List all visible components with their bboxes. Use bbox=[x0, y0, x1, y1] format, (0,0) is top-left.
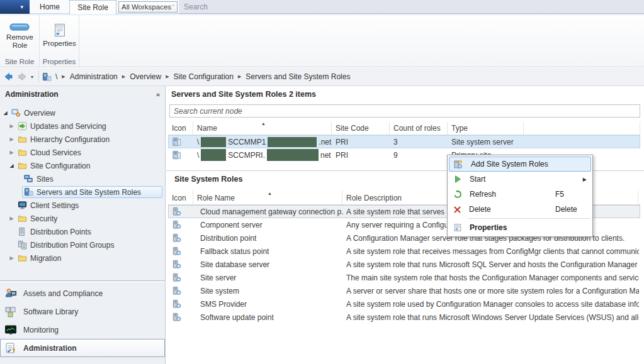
role-name-cell: Cloud management gateway connection p... bbox=[194, 206, 343, 218]
column-header[interactable]: Site Code bbox=[332, 122, 390, 135]
role-description-cell: A site system role used by Configuration… bbox=[343, 298, 639, 310]
tree-item[interactable]: Client Settings bbox=[0, 199, 165, 212]
collapsed-expander-icon[interactable]: ▶ bbox=[8, 216, 16, 221]
tree-item[interactable]: ▶Security bbox=[0, 212, 165, 225]
ribbon-search bbox=[179, 0, 644, 14]
role-name-cell: Distribution point bbox=[194, 232, 343, 244]
column-header[interactable]: Type bbox=[448, 122, 524, 135]
column-header[interactable]: Name▲ bbox=[193, 122, 332, 135]
remove-role-button[interactable]: Remove Role bbox=[2, 17, 38, 55]
tree-node[interactable]: Client Settings bbox=[16, 199, 162, 211]
role-name-cell: Component server bbox=[194, 219, 343, 231]
history-dropdown-caret[interactable]: ▾ bbox=[31, 74, 33, 80]
tree-node[interactable]: Distribution Points bbox=[16, 226, 162, 238]
tree-node[interactable]: Cloud Services bbox=[16, 146, 162, 158]
column-header[interactable]: Icon bbox=[168, 122, 193, 135]
chevron-down-icon: ˇ bbox=[172, 4, 174, 10]
tree-node[interactable]: Site Configuration bbox=[16, 160, 162, 172]
tree-item[interactable]: ▶Hierarchy Configuration bbox=[0, 133, 165, 146]
breadcrumb-separator-icon: ▶ bbox=[166, 74, 169, 79]
menu-item-add-site-system-roles[interactable]: Add Site System Roles bbox=[449, 157, 591, 172]
row-icon-cell bbox=[169, 285, 194, 297]
ribbon-top-edge bbox=[0, 14, 644, 15]
tree-item[interactable]: ▶Migration bbox=[0, 251, 165, 265]
workspace-item-administration[interactable]: Administration bbox=[0, 339, 165, 357]
properties-button[interactable]: Properties bbox=[42, 17, 77, 55]
role-name-cell: Site database server bbox=[194, 258, 343, 270]
table-row[interactable]: Software update pointA site system role … bbox=[168, 311, 640, 324]
workspace-selector[interactable]: All Workspaces ˇ bbox=[118, 1, 178, 13]
tree-node[interactable]: Security bbox=[16, 212, 162, 224]
table-row[interactable]: Site systemA server or server share that… bbox=[168, 284, 640, 297]
collapse-panel-icon[interactable]: « bbox=[156, 91, 160, 98]
breadcrumb-item[interactable]: Site Configuration bbox=[174, 72, 234, 81]
role-icon bbox=[172, 246, 181, 256]
tree-item[interactable]: Distribution Point Groups bbox=[0, 238, 165, 251]
redaction-box bbox=[267, 149, 319, 161]
tree-item[interactable]: Distribution Points bbox=[0, 225, 165, 238]
tree-item-label: Distribution Points bbox=[30, 228, 91, 236]
menu-item-label: Delete bbox=[469, 205, 491, 214]
tree-item-label: Security bbox=[30, 214, 57, 223]
tree-node[interactable]: Updates and Servicing bbox=[16, 120, 162, 132]
breadcrumb-item[interactable]: Overview bbox=[130, 72, 161, 81]
table-row[interactable]: Site serverThe main site system role tha… bbox=[168, 271, 640, 284]
table-row[interactable]: Fallback status pointA site system role … bbox=[168, 245, 640, 258]
forward-icon bbox=[18, 72, 28, 82]
tree-item[interactable]: Servers and Site System Roles bbox=[0, 185, 165, 199]
workspace-item-assets-and-compliance[interactable]: Assets and Compliance bbox=[0, 284, 165, 302]
menu-item-label: Add Site System Roles bbox=[471, 160, 548, 168]
menu-item-delete[interactable]: DeleteDelete bbox=[449, 202, 591, 217]
tree-item[interactable]: ◢Site Configuration bbox=[0, 159, 165, 172]
expanded-expander-icon[interactable]: ◢ bbox=[1, 110, 9, 116]
tree-node[interactable]: Distribution Point Groups bbox=[16, 239, 162, 251]
role-icon bbox=[172, 312, 181, 322]
table-row[interactable]: SMS ProviderA site system role used by C… bbox=[168, 297, 640, 311]
role-icon bbox=[172, 260, 181, 269]
tree-node[interactable]: Sites bbox=[22, 173, 162, 185]
collapsed-expander-icon[interactable]: ▶ bbox=[8, 150, 16, 155]
tree-node[interactable]: Servers and Site System Roles bbox=[22, 186, 162, 198]
menu-item-refresh[interactable]: RefreshF5 bbox=[449, 187, 591, 202]
tree-node[interactable]: Hierarchy Configuration bbox=[16, 133, 162, 145]
tree-item[interactable]: ▶Updates and Servicing bbox=[0, 119, 165, 133]
tree-item[interactable]: ◢Overview bbox=[0, 106, 165, 119]
tree-item[interactable]: ▶Cloud Services bbox=[0, 146, 165, 159]
menu-item-properties[interactable]: Properties bbox=[449, 220, 591, 235]
table-row[interactable]: Site database serverA site system role t… bbox=[168, 258, 640, 271]
tab-site-role[interactable]: Site Role bbox=[69, 0, 116, 14]
tree-node[interactable]: Migration bbox=[16, 252, 162, 264]
add-site-system-roles-icon bbox=[453, 159, 463, 169]
tab-home[interactable]: Home bbox=[31, 0, 68, 14]
menu-item-start[interactable]: Start▶ bbox=[449, 172, 591, 187]
breadcrumb-item[interactable]: Servers and Site System Roles bbox=[246, 72, 350, 81]
ribbon-search-input[interactable] bbox=[179, 0, 644, 13]
row-icon-cell bbox=[169, 245, 194, 257]
navigation-panel-header: Administration « bbox=[0, 86, 165, 102]
forward-button[interactable] bbox=[16, 70, 29, 83]
collapsed-expander-icon[interactable]: ▶ bbox=[8, 136, 16, 142]
column-header[interactable]: Icon bbox=[168, 190, 193, 204]
node-search-input[interactable] bbox=[170, 105, 640, 117]
expanded-expander-icon[interactable]: ◢ bbox=[8, 163, 16, 168]
back-button[interactable] bbox=[2, 70, 14, 83]
column-header[interactable]: Count of roles bbox=[390, 122, 448, 135]
list-title: Servers and Site System Roles bbox=[171, 90, 286, 99]
count-of-roles-cell: 9 bbox=[390, 149, 448, 161]
updates-servicing-icon bbox=[18, 121, 27, 131]
breadcrumb-item[interactable]: Administration bbox=[70, 72, 118, 81]
role-name-cell: Site system bbox=[194, 285, 343, 297]
tree-node[interactable]: Overview bbox=[9, 107, 162, 119]
tree-item[interactable]: Sites bbox=[0, 172, 165, 185]
column-header-empty bbox=[524, 122, 640, 135]
workspace-item-software-library[interactable]: Software Library bbox=[0, 302, 165, 321]
app-menu-button[interactable]: ▾ bbox=[0, 0, 30, 14]
collapsed-expander-icon[interactable]: ▶ bbox=[8, 123, 16, 129]
properties-label: Properties bbox=[43, 40, 76, 48]
column-header[interactable]: Role Name▲ bbox=[193, 190, 342, 204]
table-row[interactable]: \SCCMMP1.netPRI3Site system server bbox=[168, 135, 640, 148]
collapsed-expander-icon[interactable]: ▶ bbox=[8, 255, 16, 261]
role-icon bbox=[172, 273, 181, 282]
workspace-item-monitoring[interactable]: Monitoring bbox=[0, 321, 165, 339]
server-icon bbox=[172, 150, 181, 160]
